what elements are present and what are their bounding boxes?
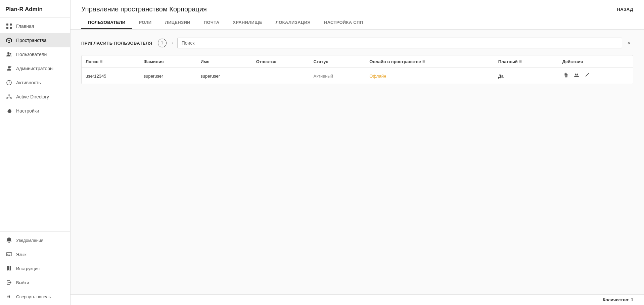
delete-button[interactable] xyxy=(562,72,569,80)
gear-icon xyxy=(5,107,13,115)
sidebar: Plan-R Admin Главная Пространства xyxy=(0,0,71,305)
cell-lastname: superuser xyxy=(140,68,196,84)
sidebar-item-label: Администраторы xyxy=(16,66,53,71)
col-actions: Действия xyxy=(558,55,633,68)
col-login: Логин ≡ xyxy=(82,55,140,68)
tab-localization[interactable]: ЛОКАЛИЗАЦИЯ xyxy=(269,16,317,29)
sidebar-item-label: Настройки xyxy=(16,108,39,114)
tab-users[interactable]: ПОЛЬЗОВАТЕЛИ xyxy=(81,16,132,29)
back-button[interactable]: НАЗАД xyxy=(617,7,633,12)
sidebar-nav: Главная Пространства Пользователи xyxy=(0,18,70,305)
tab-storage[interactable]: ХРАНИЛИЩЕ xyxy=(226,16,269,29)
app-title: Plan-R Admin xyxy=(0,0,70,18)
sidebar-item-spaces[interactable]: Пространства xyxy=(0,33,70,47)
cell-status: Активный xyxy=(310,68,366,84)
sidebar-bottom: Уведомления АЕ Язык Инструкция xyxy=(0,231,70,305)
sidebar-item-users[interactable]: Пользователи xyxy=(0,47,70,61)
sidebar-item-notifications[interactable]: Уведомления xyxy=(0,233,70,247)
manage-groups-button[interactable] xyxy=(573,72,580,80)
collapse-search-button[interactable]: « xyxy=(625,39,633,47)
svg-rect-1 xyxy=(10,24,12,26)
cell-paid: Да xyxy=(494,68,558,84)
sidebar-item-label: Уведомления xyxy=(16,238,43,243)
col-middlename: Отчество xyxy=(252,55,310,68)
tab-roles[interactable]: РОЛИ xyxy=(132,16,158,29)
invite-button[interactable]: ПРИГЛАСИТЬ ПОЛЬЗОВАТЕЛЯ xyxy=(81,38,152,48)
action-row: ПРИГЛАСИТЬ ПОЛЬЗОВАТЕЛЯ 1 → « xyxy=(81,38,633,48)
sidebar-item-activity[interactable]: Активность xyxy=(0,76,70,90)
col-status: Статус xyxy=(310,55,366,68)
main-header: Управление пространством Корпорация НАЗА… xyxy=(71,0,644,30)
sidebar-item-logout[interactable]: Выйти xyxy=(0,275,70,290)
sidebar-item-admins[interactable]: Администраторы xyxy=(0,61,70,76)
cell-login: user12345 xyxy=(82,68,140,84)
sidebar-item-label: Язык xyxy=(16,252,26,257)
edit-button[interactable] xyxy=(584,72,591,80)
sidebar-item-label: Главная xyxy=(16,24,34,29)
users-icon xyxy=(5,51,13,58)
table-footer: Количество: 1 xyxy=(71,294,644,305)
users-table-container: Логин ≡ Фамилия Имя Отчество xyxy=(81,55,633,84)
sidebar-item-label: Инструкция xyxy=(16,266,40,271)
svg-rect-2 xyxy=(6,27,8,29)
cell-middlename xyxy=(252,68,310,84)
col-lastname: Фамилия xyxy=(140,55,196,68)
clock-icon xyxy=(5,79,13,86)
svg-rect-0 xyxy=(6,24,8,26)
tab-mail[interactable]: ПОЧТА xyxy=(197,16,226,29)
tab-licenses[interactable]: ЛИЦЕНЗИИ xyxy=(158,16,197,29)
sidebar-item-main[interactable]: Главная xyxy=(0,19,70,33)
sidebar-item-label: Пользователи xyxy=(16,52,47,57)
cell-actions xyxy=(558,68,633,84)
chevron-left-icon xyxy=(5,293,13,300)
sidebar-item-language[interactable]: АЕ Язык xyxy=(0,247,70,261)
search-input[interactable] xyxy=(177,38,622,48)
annotation-1: 1 xyxy=(158,39,167,47)
sidebar-item-label: Active Directory xyxy=(16,94,49,99)
sidebar-item-label: Выйти xyxy=(16,280,29,285)
table-row: user12345 superuser superuser Активный О… xyxy=(82,68,633,84)
main-area: Управление пространством Корпорация НАЗА… xyxy=(71,0,644,305)
tab-spp[interactable]: НАСТРОЙКА СПП xyxy=(317,16,370,29)
svg-point-13 xyxy=(575,74,577,75)
cell-firstname: superuser xyxy=(196,68,252,84)
filter-icon-online[interactable]: ≡ xyxy=(422,59,425,64)
filter-icon-paid[interactable]: ≡ xyxy=(519,59,522,64)
sidebar-item-settings[interactable]: Настройки xyxy=(0,104,70,118)
svg-text:АЕ: АЕ xyxy=(7,254,10,256)
svg-point-4 xyxy=(7,52,9,54)
svg-point-8 xyxy=(8,94,10,96)
svg-rect-3 xyxy=(10,27,12,29)
admin-icon xyxy=(5,65,13,72)
col-online: Онлайн в пространстве ≡ xyxy=(365,55,494,68)
arrow-right-icon: → xyxy=(169,40,175,46)
exit-icon xyxy=(5,279,13,286)
svg-point-14 xyxy=(577,74,579,75)
bell-icon xyxy=(5,236,13,244)
sidebar-item-collapse[interactable]: Свернуть панель xyxy=(0,290,70,304)
filter-icon-login[interactable]: ≡ xyxy=(100,59,102,64)
grid-icon xyxy=(5,23,13,30)
users-table: Логин ≡ Фамилия Имя Отчество xyxy=(82,55,633,84)
sidebar-item-label: Свернуть панель xyxy=(16,294,51,299)
col-paid: Платный ≡ xyxy=(494,55,558,68)
sidebar-item-manual[interactable]: Инструкция xyxy=(0,261,70,275)
svg-point-5 xyxy=(10,53,11,55)
col-firstname: Имя xyxy=(196,55,252,68)
book-icon xyxy=(5,265,13,272)
ad-icon xyxy=(5,93,13,100)
cell-online: Офлайн xyxy=(365,68,494,84)
page-title: Управление пространством Корпорация xyxy=(81,5,207,13)
search-wrapper: 1 → « xyxy=(158,38,633,48)
content-area: ПРИГЛАСИТЬ ПОЛЬЗОВАТЕЛЯ 1 → « Логин ≡ xyxy=(71,30,644,294)
lang-icon: АЕ xyxy=(5,251,13,258)
sidebar-item-label: Активность xyxy=(16,80,41,85)
sidebar-item-active-directory[interactable]: Active Directory xyxy=(0,90,70,104)
tabs: ПОЛЬЗОВАТЕЛИ РОЛИ ЛИЦЕНЗИИ ПОЧТА ХРАНИЛИ… xyxy=(81,16,633,29)
count-label: Количество: 1 xyxy=(603,297,633,302)
cube-icon xyxy=(5,37,13,44)
sidebar-item-label: Пространства xyxy=(16,38,47,43)
